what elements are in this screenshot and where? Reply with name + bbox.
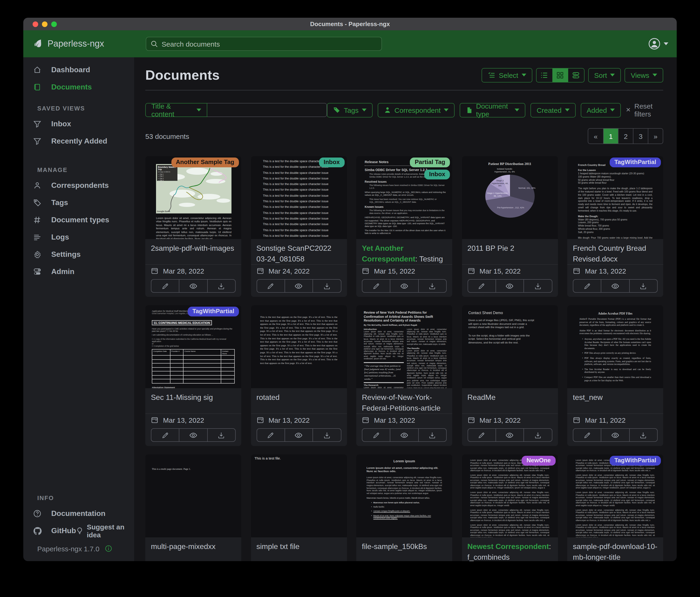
views-button[interactable]: Views — [625, 68, 664, 82]
document-title[interactable]: file-sample_150kBs — [356, 538, 452, 561]
title-content-filter-button[interactable]: Title & content — [145, 103, 207, 117]
document-title[interactable]: Review-of-New-York-Federal-Petitions-art… — [356, 388, 452, 413]
edit-document-button[interactable] — [573, 280, 601, 292]
sidebar-item-correspondents[interactable]: Correspondents — [23, 176, 134, 194]
close-window-button[interactable] — [33, 21, 38, 27]
created-filter-button[interactable]: Created — [531, 103, 576, 117]
preview-document-button[interactable] — [390, 280, 418, 292]
document-thumbnail[interactable]: This is a test file. — [251, 454, 347, 538]
search-input[interactable]: Search documents — [146, 37, 382, 51]
document-thumbnail[interactable]: French Country BreadFor the Leaven1 heap… — [567, 156, 663, 239]
document-title[interactable]: simple txt file — [251, 538, 347, 561]
sidebar-item-settings[interactable]: Settings — [23, 246, 134, 263]
reset-filters-button[interactable]: ×Reset filters — [626, 102, 663, 118]
page-button-2[interactable]: 2 — [618, 128, 633, 144]
sidebar-item-document-types[interactable]: Document types — [23, 211, 134, 229]
correspondent-filter-button[interactable]: Correspondent — [378, 103, 454, 117]
page-button-»[interactable]: » — [648, 128, 663, 144]
edit-document-button[interactable] — [362, 280, 390, 292]
document-title[interactable]: Yet Another Correspondent: Testing Email — [356, 239, 452, 264]
user-menu[interactable] — [648, 30, 668, 57]
download-document-button[interactable] — [418, 280, 446, 292]
page-button-1[interactable]: 1 — [603, 128, 618, 144]
document-thumbnail[interactable]: Lorem ipsum dolor sit amet, consectetur … — [567, 454, 663, 538]
view-list-toggle[interactable] — [536, 68, 552, 82]
tag-badge[interactable]: TagWithPartial — [188, 307, 239, 316]
filter-text-input[interactable] — [207, 103, 327, 117]
document-thumbnail[interactable]: Adobe Acrobat PDF FilesAdobe® Portable D… — [567, 305, 663, 388]
preview-document-button[interactable] — [390, 429, 418, 441]
document-title[interactable]: 2sample-pdf-with-images — [145, 239, 241, 264]
document-title[interactable]: multi-page-mixedxx — [145, 538, 241, 561]
view-grid-toggle[interactable] — [552, 68, 568, 82]
sidebar-item-documentation[interactable]: Documentation — [23, 505, 134, 522]
preview-document-button[interactable] — [601, 429, 629, 441]
sidebar-item-suggest-idea[interactable]: Suggest an idea — [76, 523, 134, 539]
sidebar-item-recently-added[interactable]: Recently Added — [23, 133, 134, 150]
document-title[interactable]: Newest Correspondent: f_combineds — [462, 538, 558, 561]
sidebar-item-documents[interactable]: Documents — [23, 78, 134, 96]
document-thumbnail[interactable]: Application for Medical Staff MembersGoo… — [145, 305, 241, 388]
download-document-button[interactable] — [207, 280, 235, 292]
page-button-«[interactable]: « — [588, 128, 603, 144]
tag-badge[interactable]: Another Sample Tag — [171, 158, 239, 167]
document-title[interactable]: French Country Bread Revised.docx — [567, 239, 663, 264]
preview-document-button[interactable] — [496, 429, 524, 441]
document-thumbnail[interactable]: This is a test for the double space char… — [251, 156, 347, 239]
tag-badge[interactable]: Inbox — [425, 170, 450, 180]
tag-badge[interactable]: NewOne — [522, 456, 555, 465]
edit-document-button[interactable] — [257, 280, 284, 292]
edit-document-button[interactable] — [151, 429, 179, 441]
document-title[interactable]: ReadMe — [462, 388, 558, 413]
preview-document-button[interactable] — [601, 280, 629, 292]
page-button-3[interactable]: 3 — [633, 128, 648, 144]
download-document-button[interactable] — [418, 429, 446, 441]
tag-badge[interactable]: TagWithPartial — [610, 158, 661, 167]
sidebar-item-inbox[interactable]: Inbox — [23, 115, 134, 133]
sidebar-item-logs[interactable]: Logs — [23, 229, 134, 246]
document-thumbnail[interactable]: Review of New York Federal Petitions for… — [356, 305, 452, 388]
document-thumbnail[interactable]: Patient BP Distribution 2011Normal, 151,… — [462, 156, 558, 239]
edit-document-button[interactable] — [257, 429, 284, 441]
edit-document-button[interactable] — [468, 280, 496, 292]
download-document-button[interactable] — [629, 429, 657, 441]
download-document-button[interactable] — [629, 280, 657, 292]
preview-document-button[interactable] — [284, 429, 313, 441]
view-detail-toggle[interactable] — [568, 68, 584, 82]
download-document-button[interactable] — [524, 280, 552, 292]
edit-document-button[interactable] — [468, 429, 496, 441]
tag-badge[interactable]: Partial Tag — [410, 158, 450, 167]
document-title[interactable]: Sonstige ScanPC2022 03-24_081058 — [251, 239, 347, 264]
edit-document-button[interactable] — [573, 429, 601, 441]
sidebar-item-github[interactable]: GitHub — [23, 522, 76, 540]
sidebar-item-dashboard[interactable]: Dashboard — [23, 61, 134, 78]
sidebar-item-tags[interactable]: Tags — [23, 194, 134, 211]
document-thumbnail[interactable]: This is the text that appears on the fir… — [251, 305, 347, 388]
app-brand[interactable]: Paperless-ngx — [33, 30, 104, 57]
edit-document-button[interactable] — [362, 429, 390, 441]
select-button[interactable]: Select — [481, 68, 532, 82]
tag-badge[interactable]: Inbox — [319, 158, 344, 167]
preview-document-button[interactable] — [284, 280, 313, 292]
edit-document-button[interactable] — [151, 280, 179, 292]
document-title[interactable]: rotated — [251, 388, 347, 413]
preview-document-button[interactable] — [496, 280, 524, 292]
document-thumbnail[interactable]: Lorem ipsum dolor sit amet, consectetur … — [462, 454, 558, 538]
document-title[interactable]: 2011 BP Pie 2 — [462, 239, 558, 264]
download-document-button[interactable] — [207, 429, 235, 441]
document-thumbnail[interactable]: Release NotesSimba ODBC Driver for SQL S… — [356, 156, 452, 239]
document-title[interactable]: sample-pdf-download-10-mb-longer-title — [567, 538, 663, 561]
document-title[interactable]: test_new — [567, 388, 663, 413]
document-thumbnail[interactable]: Contact Sheet DemoGiven a set of image f… — [462, 305, 558, 388]
sort-button[interactable]: Sort — [588, 68, 621, 82]
document-thumbnail[interactable]: Lorem ipsum Lorem ipsum dolor sit amet, … — [356, 454, 452, 538]
sidebar-item-admin[interactable]: Admin — [23, 263, 134, 280]
traffic-lights[interactable] — [33, 18, 57, 30]
preview-document-button[interactable] — [179, 429, 207, 441]
minimize-window-button[interactable] — [42, 21, 48, 27]
zoom-window-button[interactable] — [51, 21, 57, 27]
document-thumbnail[interactable]: Boundary Waters Trip14 days in BWCA— Day… — [145, 156, 241, 239]
download-document-button[interactable] — [312, 429, 341, 441]
download-document-button[interactable] — [312, 280, 341, 292]
tags-filter-button[interactable]: Tags — [327, 103, 372, 117]
